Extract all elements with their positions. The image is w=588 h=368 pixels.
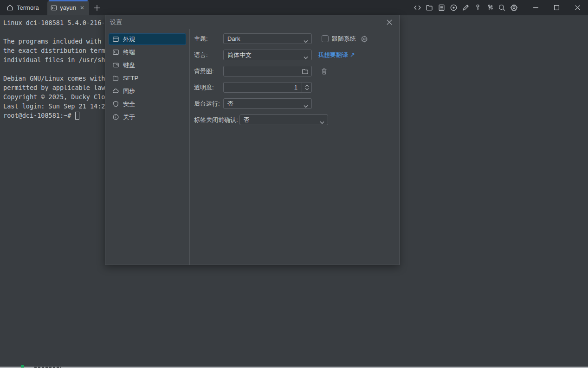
external-link-icon: ↗ [350,51,355,58]
sidebar-item-label: 外观 [123,35,135,44]
background-image-input[interactable] [223,66,312,76]
home-tab-button[interactable]: Termora [0,0,46,15]
sidebar-item-label: 关于 [123,113,135,121]
background-image-row: 背景图: [194,66,399,76]
cloud-icon [112,88,119,95]
spinner-buttons[interactable] [302,82,311,92]
confirm-close-label: 标签关闭前确认: [194,116,238,124]
settings-sidebar: 外观 终端 键盘 SFTP 同步 安全 [105,29,190,265]
sidebar-item-label: 同步 [123,87,135,95]
keyboard-icon [112,62,119,69]
close-icon [386,19,393,25]
opacity-spinner[interactable]: 1 [223,82,312,93]
record-icon[interactable] [448,2,459,13]
shield-icon [112,101,119,108]
titlebar-actions [411,0,588,15]
active-tab-indicator [49,0,88,1]
theme-select[interactable]: Dark [223,33,312,44]
settings-close-button[interactable] [384,17,394,27]
confirm-close-row: 标签关闭前确认: 否 [194,114,399,125]
chevron-down-icon [304,54,308,61]
window-controls [525,0,588,15]
terminal-icon [112,49,119,56]
home-icon [6,4,13,11]
background-run-value: 否 [227,100,233,108]
confirm-close-select[interactable]: 否 [239,114,328,125]
code-icon[interactable] [412,2,423,13]
appearance-settings-panel: 主题: Dark 跟随系统 语言: 简体中文 我想要翻译 [190,29,399,265]
statusbar-text-fragment [34,366,61,368]
chevron-down-icon [304,102,308,109]
opacity-row: 透明度: 1 [194,82,399,93]
settings-dialog-header: 设置 [105,15,399,29]
language-value: 简体中文 [227,51,252,59]
terminal-prompt: root@dci-108581:~# [3,111,75,120]
search-icon[interactable] [496,2,507,13]
sidebar-item-about[interactable]: 关于 [109,111,186,123]
background-run-select[interactable]: 否 [223,98,312,109]
home-tab-label: Termora [17,4,39,11]
background-image-label: 背景图: [194,67,222,76]
minimize-button[interactable] [525,0,546,15]
follow-system-label: 跟随系统 [332,35,356,43]
sidebar-item-label: 终端 [123,48,135,57]
sidebar-item-sync[interactable]: 同步 [109,85,186,97]
follow-system-checkbox[interactable] [322,35,329,42]
language-row: 语言: 简体中文 我想要翻译 ↗ [194,50,399,60]
settings-icon[interactable] [508,2,519,13]
sidebar-item-keyboard[interactable]: 键盘 [109,59,186,71]
info-icon [112,114,119,121]
theme-row: 主题: Dark 跟随系统 [194,33,399,44]
titlebar: Termora yayun ✕ [0,0,588,15]
language-select[interactable]: 简体中文 [223,50,312,60]
chevron-down-icon[interactable] [305,88,309,90]
background-run-label: 后台运行: [194,100,222,108]
language-label: 语言: [194,51,222,59]
opacity-label: 透明度: [194,83,222,92]
edit-icon[interactable] [460,2,471,13]
sidebar-item-label: SFTP [123,75,138,82]
connection-status-dot [21,365,24,368]
sidebar-item-terminal[interactable]: 终端 [109,46,186,58]
tab-close-icon[interactable]: ✕ [79,4,85,12]
settings-dialog-title: 设置 [110,18,122,26]
key-icon[interactable] [472,2,483,13]
sidebar-item-sftp[interactable]: SFTP [109,72,186,84]
chevron-down-icon [304,38,308,44]
confirm-close-value: 否 [244,116,250,124]
sidebar-item-label: 安全 [123,100,135,108]
theme-label: 主题: [194,35,222,43]
settings-dialog: 设置 外观 终端 键盘 SFTP 同步 [105,15,400,265]
tab-yayun[interactable]: yayun ✕ [47,0,89,15]
sidebar-item-appearance[interactable]: 外观 [109,33,186,45]
tab-label: yayun [60,4,76,11]
chevron-up-icon[interactable] [305,84,309,87]
theme-gear-icon[interactable] [361,35,368,43]
appearance-icon [112,36,119,43]
folder-icon [112,75,119,82]
translate-link[interactable]: 我想要翻译 ↗ [318,51,355,59]
terminal-icon [51,5,57,11]
folder-icon[interactable] [424,2,435,13]
branch-icon[interactable] [484,2,495,13]
terminal-cursor [75,112,79,120]
chevron-down-icon [320,119,324,126]
file-list-icon[interactable] [436,2,447,13]
close-button[interactable] [567,0,588,15]
browse-folder-icon[interactable] [302,68,309,76]
new-tab-button[interactable] [89,0,105,15]
sidebar-item-security[interactable]: 安全 [109,98,186,110]
opacity-value: 1 [294,84,297,91]
sidebar-item-label: 键盘 [123,61,135,70]
maximize-button[interactable] [546,0,567,15]
background-run-row: 后台运行: 否 [194,98,399,109]
plus-icon [93,4,101,12]
theme-value: Dark [227,35,240,42]
trash-icon[interactable] [321,68,328,75]
